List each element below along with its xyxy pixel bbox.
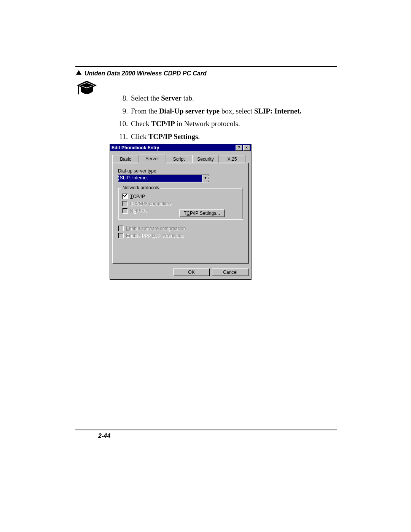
- step-number: 10.: [113, 118, 131, 129]
- running-header: Uniden Data 2000 Wireless CDPD PC Card: [84, 70, 207, 77]
- document-page: Uniden Data 2000 Wireless CDPD PC Card 8…: [0, 0, 411, 532]
- sw-compression-label: Enable software compression: [126, 226, 186, 231]
- ok-button[interactable]: OK: [173, 268, 210, 276]
- step-text: Click TCP/IP Settings.: [131, 131, 200, 142]
- graduation-cap-icon: [76, 80, 97, 97]
- cancel-button[interactable]: Cancel: [212, 268, 249, 276]
- dialog-title: Edit Phonebook Entry: [112, 145, 235, 150]
- header-rule: [75, 66, 337, 67]
- page-number: 2-44: [98, 433, 110, 439]
- dialog-body: Basic Server Script Security X.25 Dial-u…: [110, 151, 251, 265]
- netbeui-label: NetBEUI: [130, 208, 148, 214]
- tcpip-checkbox-row[interactable]: TCP/IP: [122, 193, 239, 199]
- step-number: 11.: [113, 131, 131, 142]
- tab-x25[interactable]: X.25: [219, 155, 245, 163]
- step-number: 8.: [113, 93, 131, 104]
- step-number: 9.: [113, 106, 131, 117]
- step-8: 8. Select the Server tab.: [113, 93, 335, 104]
- tab-server[interactable]: Server: [139, 155, 166, 163]
- step-11: 11. Click TCP/IP Settings.: [113, 131, 335, 142]
- tcpip-checkbox[interactable]: [122, 193, 128, 199]
- ipx-checkbox-row: IPX/SPX compatible: [122, 201, 239, 206]
- step-text: From the Dial-Up server type box, select…: [131, 106, 301, 117]
- netbeui-checkbox: [122, 208, 128, 214]
- group-title: Network protocols: [121, 185, 160, 190]
- tab-panel-server: Dial-up server type: SLIP: Internet ▼ Ne…: [112, 163, 249, 263]
- step-9: 9. From the Dial-Up server type box, sel…: [113, 106, 335, 117]
- tcpip-label: TCP/IP: [130, 194, 145, 199]
- ppp-lcp-label: Enable PPP LCP extensions: [126, 233, 184, 238]
- tab-security[interactable]: Security: [192, 155, 219, 163]
- tab-script[interactable]: Script: [166, 155, 192, 163]
- screenshot-figure: Edit Phonebook Entry ? × Basic Server Sc…: [110, 144, 251, 280]
- tab-strip: Basic Server Script Security X.25: [112, 154, 249, 163]
- ppp-lcp-row: Enable PPP LCP extensions: [118, 233, 243, 238]
- tab-basic[interactable]: Basic: [112, 155, 139, 163]
- help-button[interactable]: ?: [236, 145, 242, 151]
- footer-rule: [75, 430, 337, 430]
- tcpip-settings-button[interactable]: TCP/IP Settings...: [179, 209, 225, 217]
- lower-checkboxes: Enable software compression Enable PPP L…: [118, 225, 243, 238]
- step-text: Select the Server tab.: [131, 93, 194, 104]
- server-type-label: Dial-up server type:: [118, 168, 243, 174]
- triangle-icon: [76, 70, 81, 75]
- edit-phonebook-entry-dialog: Edit Phonebook Entry ? × Basic Server Sc…: [110, 144, 251, 280]
- ppp-lcp-checkbox: [118, 233, 124, 238]
- instruction-steps: 8. Select the Server tab. 9. From the Di…: [113, 93, 335, 144]
- ipx-checkbox: [122, 201, 128, 206]
- step-text: Check TCP/IP in Network protocols.: [131, 118, 240, 129]
- server-type-value: SLIP: Internet: [118, 175, 202, 181]
- sw-compression-checkbox: [118, 225, 124, 231]
- ipx-label: IPX/SPX compatible: [130, 201, 171, 206]
- close-button[interactable]: ×: [243, 145, 250, 151]
- dialog-titlebar[interactable]: Edit Phonebook Entry ? ×: [110, 144, 251, 151]
- sw-compression-row: Enable software compression: [118, 225, 243, 231]
- network-protocols-group: Network protocols TCP/IP TCP/IP Settings…: [118, 188, 243, 219]
- dialog-button-row: OK Cancel: [110, 265, 251, 279]
- chevron-down-icon[interactable]: ▼: [202, 175, 209, 182]
- step-10: 10. Check TCP/IP in Network protocols.: [113, 118, 335, 129]
- server-type-combobox[interactable]: SLIP: Internet ▼: [118, 174, 209, 182]
